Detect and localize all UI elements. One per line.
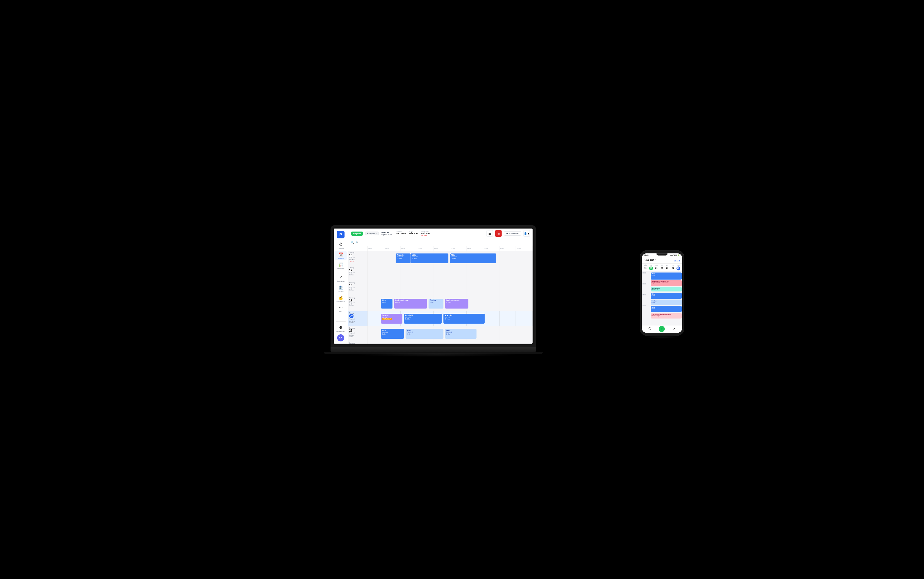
phone-day-son[interactable]: Sön 25 <box>676 265 680 270</box>
search-icon[interactable]: 🔍 <box>351 241 354 244</box>
sidebar-item-installningar[interactable]: ⚙ Inställningar <box>335 324 347 333</box>
laptop-screen: P ⏱ Tidslinje 📅 Planera 📊 Rapporter <box>334 229 533 343</box>
events-monday: Möte 1h 0m Implementering 2h 15m <box>368 297 533 310</box>
time-10: 10:00 <box>417 246 433 251</box>
logged-stat: LOGGAD 39h 30m <box>396 231 406 237</box>
day-info-thursday: Torsdag 22 Augusti 6h 0m 0h 0m <box>348 342 368 343</box>
nav-next-icon[interactable]: › <box>655 259 656 261</box>
sidebar-label-installningar: Inställningar <box>336 330 345 332</box>
phone-day-tor[interactable]: Tor 22 <box>660 265 664 270</box>
zoom-icon[interactable]: 🔍 <box>356 241 359 244</box>
day-info-wednesday: Onsdag 21 Augusti 8h 0m 0h 0m <box>348 326 368 341</box>
phone-content: 09:00 10:00 11:00 12:00 Möte Projekt 1 <box>642 271 682 325</box>
calendar-body: Fredag 16 Augusti 6h 45m 0h 15m <box>348 251 533 343</box>
list-item[interactable]: Marknadsföring Rapport Projekt: MKTNG – … <box>651 280 682 286</box>
sidebar-bottom: ⚙ Inställningar LA <box>335 321 347 342</box>
laptop-screen-bezel: P ⏱ Tidslinje 📅 Planera 📊 Rapporter <box>332 227 534 345</box>
second-bar: 🔍 🔍 <box>348 239 533 246</box>
list-item[interactable]: Återkoppling Propositioner 0h 30m · Proj… <box>651 313 682 318</box>
grid-view-button[interactable]: ⊞ <box>495 230 502 237</box>
sidebar-item-tidslinje[interactable]: ⏱ Tidslinje <box>335 240 347 250</box>
start-timer-label: Starta timer <box>509 233 518 235</box>
table-row: Onsdag 21 Augusti 8h 0m 0h 0m <box>348 326 533 342</box>
phone-nav-share[interactable]: ↗ <box>671 326 676 331</box>
nav-prev-icon[interactable]: ‹ <box>644 259 644 261</box>
total-stat: TOTAL 39h 30m <box>409 231 418 237</box>
sidebar-item-fakturering[interactable]: 💰 Fakturering <box>335 294 347 303</box>
phone-day-tis[interactable]: Tis 20 <box>649 265 653 270</box>
list-item[interactable]: Implementering 1h 40m <box>445 299 468 309</box>
user-menu-button[interactable]: 👤 ▾ <box>523 230 530 237</box>
list-item[interactable]: Möte Projekt 1 <box>651 272 682 280</box>
capacity-stat: KAPACITET 40h 0m 0h 30m <box>421 231 430 237</box>
phone-nav-timer[interactable]: ⏱ <box>647 326 652 331</box>
app-main: Ny post Kalender ▾ Vecka 33 Augusti 2024 <box>348 229 533 343</box>
list-item[interactable]: Möte Intern tid 2h 30m <box>411 254 448 263</box>
phone-week-strip: Mån 19 Tis 20 Ons 21 Tor 22 <box>642 263 682 271</box>
laptop: P ⏱ Tidslinje 📅 Planera 📊 Rapporter <box>331 225 543 354</box>
sidebar-item-rapporter[interactable]: 📊 Rapporter <box>335 261 347 270</box>
invoice-icon: 💰 <box>338 295 344 300</box>
list-item[interactable]: Möte Projekt 2 3h 0m <box>445 329 476 339</box>
events-friday: Arbetslid Intern tid 1h 30m Möte Intern … <box>368 252 533 265</box>
list-item[interactable]: Arbetslid Intern tid 1h 30m <box>396 254 411 263</box>
sidebar-label-tidbank: Tidbank <box>338 291 344 292</box>
sidebar-item-godkanna[interactable]: ✓ Godkänna <box>335 273 347 283</box>
phone-day-mon[interactable]: Mån 19 <box>644 265 647 270</box>
stats-group: LOGGAD 39h 30m TOTAL 39h 30m KAPACITET 4… <box>396 231 430 237</box>
list-item[interactable]: Arbetslid Intern tid 2h 30m <box>404 314 442 324</box>
list-item[interactable]: Design Projekt 2 <box>651 299 682 305</box>
list-item[interactable]: Möte Projekt 2 <box>651 306 682 312</box>
ny-post-button[interactable]: Ny post <box>351 232 363 236</box>
phone-day-fre[interactable]: Fre 23 <box>666 265 670 270</box>
phone-day-lor[interactable]: Lör 24 <box>671 265 675 270</box>
list-item[interactable]: Projekt 2 1h 30m FAKTURABAR <box>381 314 402 324</box>
time-slots-header: 07:00 08:00 09:00 10:00 11:00 12:00 13:0… <box>368 246 533 251</box>
sidebar-logo[interactable]: P <box>337 231 345 239</box>
grid-lines <box>368 266 533 281</box>
sidebar-divider-2 <box>336 321 346 322</box>
time-grid-wednesday: Möte Intern tid 2h 0m Möte Projekt 2 <box>368 326 533 341</box>
list-item[interactable]: Möte Intern tid 2h 45m <box>450 254 496 263</box>
list-item[interactable]: Inventering 0h 30m · Tis <box>651 287 682 291</box>
user-avatar[interactable]: LA <box>337 334 344 342</box>
play-icon: ▶ <box>507 232 508 235</box>
sidebar-label-mer: Mer <box>339 311 342 312</box>
week-date: Augusti 2024 <box>381 234 392 236</box>
phone-day-ons[interactable]: Ons 21 <box>655 265 658 270</box>
wifi-icon: WiFi <box>673 254 677 256</box>
kalender-dropdown[interactable]: Kalender ▾ <box>365 232 379 236</box>
list-item[interactable]: Implementering 2h 15m <box>394 299 427 309</box>
sidebar-item-tidbank[interactable]: 🏦 Tidbank <box>335 284 347 293</box>
phone-fab-add[interactable]: + <box>659 326 665 332</box>
start-timer-button[interactable]: ▶ Starta timer <box>504 231 521 236</box>
list-item[interactable]: Möte 1h 0m <box>381 299 392 309</box>
list-item[interactable]: Möte Projekt 2 3h 0m <box>406 329 443 339</box>
day-info-monday: Måndag 19 Augusti 9h 0m <box>348 296 368 311</box>
sidebar-label-godkanna: Godkänna <box>337 280 345 282</box>
clock-icon: ⏱ <box>338 242 344 247</box>
top-bar: Ny post Kalender ▾ Vecka 33 Augusti 2024 <box>348 229 533 239</box>
bank-icon: 🏦 <box>338 285 344 290</box>
phone-time-11: 11:00 <box>642 294 650 305</box>
phone-time-10: 10:00 <box>642 283 650 294</box>
phone-notch <box>657 253 668 255</box>
list-item[interactable]: Design 1h 5m <box>429 299 443 309</box>
chevron-down-icon: ▾ <box>376 232 377 235</box>
sidebar-label-rapporter: Rapporter <box>337 268 344 269</box>
list-view-button[interactable]: ☰ <box>487 230 493 237</box>
list-item[interactable]: Möte Intern tid 2h 0m <box>381 329 404 339</box>
check-icon: ✓ <box>338 275 344 280</box>
table-row: Måndag 19 Augusti 9h 0m <box>348 296 533 311</box>
sidebar-item-mer[interactable]: ⋯ Mer <box>335 304 347 314</box>
time-11: 11:00 <box>433 246 450 251</box>
phone-bottom-bar: ⏱ + ↗ <box>642 325 682 333</box>
phone-time-12: 12:00 <box>642 305 650 316</box>
phone-time: 10:30 <box>644 254 649 256</box>
list-item[interactable]: Arbetslid Intern tid 2h 45m <box>443 314 485 324</box>
app-sidebar: P ⏱ Tidslinje 📅 Planera 📊 Rapporter <box>334 229 348 343</box>
list-item[interactable]: Möte Projekt 2 <box>651 293 682 299</box>
sidebar-item-planera[interactable]: 📅 Planera <box>335 251 347 260</box>
sidebar-label-fakturering: Fakturering <box>336 301 345 302</box>
phone-body: 10:30 ●●● WiFi 🔋 ‹ Aug 2024 › 03 <box>640 250 684 335</box>
